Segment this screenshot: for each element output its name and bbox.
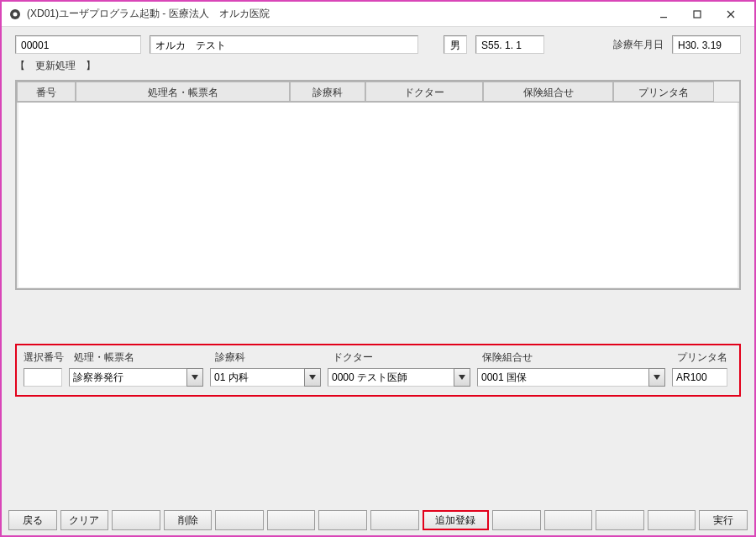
result-table: 番号 処理名・帳票名 診療科 ドクター 保険組合せ プリンタ名 <box>15 80 741 290</box>
section-mode-label: 【 更新処理 】 <box>15 60 96 71</box>
exec-button[interactable]: 実行 <box>699 510 748 530</box>
dept-dropdown-button[interactable] <box>304 368 321 387</box>
col-printer: プリンタ名 <box>613 82 714 102</box>
process-dropdown-button[interactable] <box>186 368 203 387</box>
doctor-label: ドクター <box>333 350 482 365</box>
minimize-button[interactable] <box>647 3 680 26</box>
blank-button-6[interactable]: . <box>492 510 541 530</box>
process-label: 処理・帳票名 <box>74 350 215 365</box>
dept-input[interactable] <box>210 368 304 387</box>
printer-input[interactable] <box>672 368 727 387</box>
insurance-input[interactable] <box>477 368 648 387</box>
blank-button-9[interactable]: . <box>648 510 696 530</box>
doctor-combo[interactable] <box>328 368 470 387</box>
blank-button-3[interactable]: . <box>267 510 316 530</box>
window-title: (XD01)ユーザプログラム起動 - 医療法人 オルカ医院 <box>27 7 647 21</box>
blank-button-5[interactable]: . <box>370 510 419 530</box>
patient-name-field: オルカ テスト <box>150 35 418 54</box>
sel-no-input[interactable] <box>24 368 62 387</box>
col-doctor: ドクター <box>365 82 483 102</box>
svg-rect-3 <box>694 11 701 18</box>
delete-button[interactable]: 削除 <box>164 510 213 530</box>
doctor-input[interactable] <box>328 368 454 387</box>
blank-button-2[interactable]: . <box>215 510 264 530</box>
chevron-down-icon <box>192 375 198 380</box>
printer-label: プリンタ名 <box>677 350 741 365</box>
dept-label: 診療科 <box>215 350 333 365</box>
visit-date-field: H30. 3.19 <box>672 35 741 54</box>
titlebar: (XD01)ユーザプログラム起動 - 医療法人 オルカ医院 <box>2 2 754 27</box>
maximize-button[interactable] <box>680 3 714 26</box>
blank-button-4[interactable]: . <box>318 510 367 530</box>
chevron-down-icon <box>309 375 316 380</box>
col-dept: 診療科 <box>290 82 365 102</box>
sel-no-label: 選択番号 <box>24 350 74 365</box>
insurance-combo[interactable] <box>477 368 665 387</box>
process-input[interactable] <box>69 368 186 387</box>
col-no: 番号 <box>17 82 76 102</box>
svg-rect-2 <box>660 17 667 18</box>
back-button[interactable]: 戻る <box>8 510 57 530</box>
table-body <box>18 103 738 287</box>
close-button[interactable] <box>714 3 748 26</box>
patient-id-field: 00001 <box>15 35 141 54</box>
visit-date-label: 診療年月日 <box>613 38 664 52</box>
doctor-dropdown-button[interactable] <box>454 368 470 387</box>
insurance-dropdown-button[interactable] <box>648 368 665 387</box>
chevron-down-icon <box>654 375 660 380</box>
blank-button-1[interactable]: . <box>112 510 160 530</box>
chevron-down-icon <box>459 375 465 380</box>
process-combo[interactable] <box>69 368 203 387</box>
patient-birth-field: S55. 1. 1 <box>475 35 544 54</box>
patient-sex-field: 男 <box>444 35 467 54</box>
col-process: 処理名・帳票名 <box>76 82 290 102</box>
dept-combo[interactable] <box>210 368 321 387</box>
svg-point-1 <box>13 12 18 16</box>
col-insurance: 保険組合せ <box>483 82 613 102</box>
entry-form-highlight: 選択番号 処理・帳票名 診療科 ドクター 保険組合せ プリンタ名 <box>15 344 741 397</box>
blank-button-7[interactable]: . <box>544 510 593 530</box>
app-icon <box>8 8 22 21</box>
add-button[interactable]: 追加登録 <box>423 510 489 530</box>
clear-button[interactable]: クリア <box>60 510 109 530</box>
insurance-label: 保険組合せ <box>482 350 677 365</box>
blank-button-8[interactable]: . <box>596 510 644 530</box>
